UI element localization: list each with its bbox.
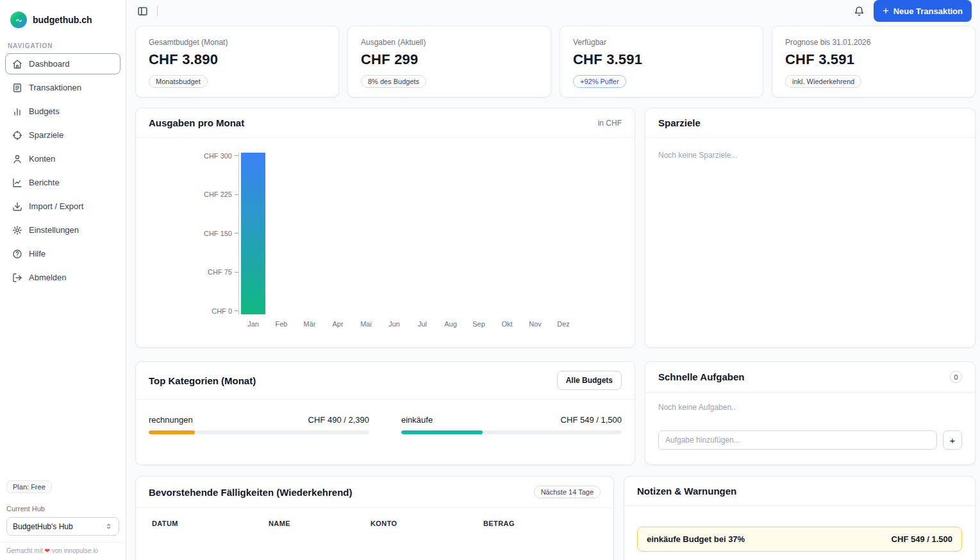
upcoming-due-card: Bevorstehende Fälligkeiten (Wiederkehren… (135, 476, 614, 560)
stat-card-verfuegbar: Verfügbar CHF 3.591 +92% Puffer (560, 26, 763, 98)
category-value: CHF 490 / 2,390 (308, 415, 369, 425)
sparziele-card: Sparziele Noch keine Sparziele... (645, 108, 976, 348)
progress-fill (149, 430, 195, 434)
footer-text-prefix: Gemacht mit (6, 547, 43, 554)
column-header-name: NAME (269, 520, 370, 527)
category-value: CHF 549 / 1,500 (561, 415, 622, 425)
x-axis-label: Dez (549, 320, 577, 328)
x-axis-label: Sep (465, 320, 493, 328)
bar-slot (492, 152, 520, 314)
bottom-row: Bevorstehende Fälligkeiten (Wiederkehren… (135, 476, 976, 560)
bar-slot (239, 152, 267, 314)
crosshair-icon (12, 130, 22, 140)
bar-slot (267, 152, 295, 314)
sidebar-item-label: Import / Export (29, 201, 83, 211)
x-axis-label: Feb (267, 320, 295, 328)
stat-value: CHF 3.591 (785, 51, 962, 68)
chart-title: Ausgaben pro Monat (149, 117, 244, 128)
heart-icon: ❤ (44, 547, 49, 554)
sidebar-item-hilfe[interactable]: Hilfe (5, 243, 120, 264)
stat-title: Prognose bis 31.01.2026 (785, 38, 962, 47)
gear-icon (12, 225, 22, 235)
new-transaction-button[interactable]: + Neue Transaktion (874, 0, 972, 22)
x-axis-label: Nov (521, 320, 549, 328)
notifications-button[interactable] (851, 3, 867, 19)
stat-card-prognose: Prognose bis 31.01.2026 CHF 3.591 inkl. … (772, 26, 976, 98)
due-table-header: DATUM NAME KONTO BETRAG (136, 508, 613, 534)
sidebar-item-abmelden[interactable]: Abmelden (5, 267, 120, 288)
stat-card-ausgaben: Ausgaben (Aktuell) CHF 299 8% des Budget… (347, 26, 551, 98)
sidebar-item-konten[interactable]: Konten (5, 148, 120, 169)
sidebar-item-budgets[interactable]: Budgets (5, 101, 120, 122)
main-area: + Neue Transaktion Gesamtbudget (Monat) … (126, 0, 980, 560)
bar-slot (352, 152, 380, 314)
stat-badge: Monatsbudget (149, 75, 208, 88)
sparziele-empty-text: Noch keine Sparziele... (645, 138, 975, 173)
x-axis-label: Okt (493, 320, 521, 328)
sidebar-item-label: Budgets (29, 106, 60, 116)
y-axis-label: CHF 0 (212, 307, 232, 315)
category-item: rechnungen CHF 490 / 2,390 (149, 415, 369, 434)
x-axis-label: Jun (380, 320, 408, 328)
budget-warning-item: einkäufe Budget bei 37% CHF 549 / 1.500 (637, 527, 962, 552)
sidebar-item-transaktionen[interactable]: Transaktionen (5, 77, 120, 98)
line-chart-icon (12, 178, 22, 188)
sidebar-item-label: Einstellungen (29, 225, 79, 235)
panel-left-icon (137, 6, 148, 17)
sidebar-item-einstellungen[interactable]: Einstellungen (5, 219, 120, 241)
footer-text-suffix: von innopulse.io (52, 547, 98, 554)
dashboard-content: Gesamtbudget (Monat) CHF 3.890 Monatsbud… (126, 22, 980, 560)
sidebar-item-label: Dashboard (29, 59, 70, 69)
sidebar-item-dashboard[interactable]: Dashboard (5, 53, 120, 74)
brand-name: budgethub.ch (33, 15, 92, 25)
task-count-badge: 0 (950, 371, 962, 383)
progress-track (149, 430, 369, 434)
hub-select[interactable]: BudgetHub's Hub (6, 517, 119, 536)
logout-icon (12, 273, 22, 283)
add-task-button[interactable]: + (943, 430, 962, 450)
sidebar-item-label: Sparziele (29, 130, 63, 140)
progress-track (401, 430, 622, 434)
x-axis-label: Aug (436, 320, 465, 328)
x-axis-label: Jan (239, 320, 267, 328)
plus-icon: + (883, 6, 888, 16)
warning-text: einkäufe Budget bei 37% (647, 534, 745, 544)
y-axis-label: CHF 150 (204, 230, 232, 237)
sidebar-toggle-button[interactable] (135, 3, 151, 19)
new-transaction-label: Neue Transaktion (893, 6, 963, 16)
notes-warnings-title: Notizen & Warnungen (637, 486, 736, 496)
sidebar-item-berichte[interactable]: Berichte (5, 172, 120, 193)
all-budgets-button[interactable]: Alle Budgets (557, 371, 622, 390)
stats-row: Gesamtbudget (Monat) CHF 3.890 Monatsbud… (135, 26, 976, 98)
help-icon (12, 249, 22, 259)
sparziele-title: Sparziele (658, 117, 701, 128)
charts-row: Ausgaben pro Monat in CHF CHF 300 CHF 22… (135, 108, 976, 348)
bar-slot (324, 152, 352, 314)
stat-title: Gesamtbudget (Monat) (149, 38, 326, 47)
stat-badge: +92% Puffer (573, 75, 626, 88)
sidebar-bottom: Plan: Free Current Hub BudgetHub's Hub (0, 480, 126, 542)
bar-slot (549, 152, 577, 314)
category-name: einkäufe (401, 415, 433, 425)
due-range-badge: Nächste 14 Tage (534, 486, 601, 498)
column-header-konto: KONTO (370, 520, 483, 527)
sidebar-item-import-export[interactable]: Import / Export (5, 196, 120, 217)
bar-chart-icon (12, 106, 22, 117)
bar (241, 153, 265, 314)
bar-slot (295, 152, 324, 314)
chart-x-axis: JanFebMärAprMaiJunJulAugSepOktNovDez (239, 320, 577, 328)
chart-bars (238, 152, 577, 314)
chart-y-axis: CHF 300 CHF 225 CHF 150 CHF 75 CHF 0 (149, 152, 238, 314)
bar-slot (380, 152, 408, 314)
bar-slot (464, 152, 492, 314)
brand-logo-icon (10, 12, 27, 28)
sidebar-item-label: Berichte (29, 178, 60, 187)
bell-icon (854, 6, 865, 17)
column-header-betrag: BETRAG (483, 520, 597, 527)
task-input[interactable] (658, 430, 937, 450)
category-item: einkäufe CHF 549 / 1,500 (401, 415, 622, 434)
hub-select-value: BudgetHub's Hub (13, 522, 73, 531)
y-axis-label: CHF 75 (208, 268, 232, 276)
quick-tasks-title: Schnelle Aufgaben (658, 371, 744, 382)
sidebar-item-sparziele[interactable]: Sparziele (5, 124, 120, 146)
